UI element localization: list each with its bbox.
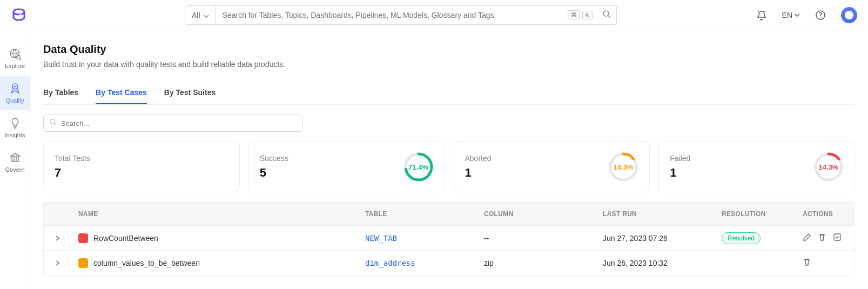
page-title: Data Quality: [43, 43, 855, 56]
search-filter-label: All: [192, 11, 200, 19]
col-table: TABLE: [358, 210, 476, 218]
failed-ring: 14.3%: [813, 152, 844, 182]
stat-success: Success 5 71.4%: [248, 142, 445, 192]
sidebar-label: Govern: [5, 166, 24, 173]
expand-icon[interactable]: [48, 260, 67, 266]
sidebar-item-insights[interactable]: Insights: [0, 110, 30, 145]
sidebar-label: Insights: [5, 132, 25, 138]
main-layout: Explore Quality Insights Govern Data Qua…: [0, 30, 868, 289]
edit-icon[interactable]: [803, 233, 811, 243]
aborted-ring: 14.3%: [608, 152, 638, 182]
filter-row: [43, 115, 855, 132]
global-search-input[interactable]: [216, 6, 568, 24]
keyboard-shortcut-hint: ⌘ K: [568, 10, 597, 19]
tab-by-tables[interactable]: By Tables: [43, 84, 78, 104]
svg-line-19: [55, 124, 57, 126]
cell-actions: [795, 233, 854, 243]
language-selector[interactable]: EN: [778, 11, 804, 19]
ring-pct: 71.4%: [403, 152, 434, 182]
cell-column: zip: [476, 259, 595, 267]
app-logo[interactable]: [11, 7, 27, 23]
tab-by-test-cases[interactable]: By Test Cases: [96, 84, 147, 104]
stat-value: 1: [670, 166, 690, 180]
success-ring: 71.4%: [403, 152, 434, 182]
cell-last-run: Jun 26, 2023 10:32: [595, 259, 714, 267]
col-column: COLUMN: [476, 210, 595, 218]
stat-label: Failed: [670, 154, 690, 163]
main-content: Data Quality Build trust in your data wi…: [30, 30, 868, 289]
sidebar-item-govern[interactable]: Govern: [0, 145, 30, 179]
cell-resolution: Resolved: [714, 232, 795, 244]
svg-rect-26: [834, 234, 840, 240]
top-bar: All ⌘ K EN: [0, 0, 868, 30]
cell-table: dim_address: [358, 259, 476, 267]
stat-total-tests: Total Tests 7: [43, 142, 240, 192]
cell-name: RowCountBetween: [71, 233, 358, 243]
test-name: column_values_to_be_between: [93, 259, 200, 267]
table-row: column_values_to_be_between dim_address …: [44, 250, 854, 275]
test-search-input[interactable]: [61, 119, 297, 127]
status-indicator: [78, 233, 88, 243]
col-actions: ACTIONS: [795, 210, 854, 218]
cell-name: column_values_to_be_between: [71, 258, 358, 268]
resolution-badge: Resolved: [722, 232, 761, 244]
svg-point-1: [603, 11, 609, 16]
svg-line-3: [758, 11, 759, 12]
status-indicator: [78, 258, 88, 268]
search-filter-dropdown[interactable]: All: [185, 6, 216, 24]
ring-pct: 14.3%: [608, 152, 638, 182]
stat-value: 1: [465, 166, 492, 180]
cell-table: NEW_TAB: [358, 234, 476, 243]
page-subtitle: Build trust in your data with quality te…: [43, 60, 855, 69]
expand-icon[interactable]: [48, 236, 67, 241]
delete-icon[interactable]: [818, 233, 826, 243]
bulb-icon: [9, 117, 22, 130]
cell-last-run: Jun 27, 2023 07:26: [595, 234, 714, 243]
svg-point-6: [820, 17, 821, 18]
svg-line-2: [608, 16, 610, 18]
tab-by-test-suites[interactable]: By Test Suites: [164, 84, 216, 104]
view-tabs: By Tables By Test Cases By Test Suites: [43, 84, 855, 105]
globe-icon: [9, 48, 22, 61]
user-avatar[interactable]: [841, 7, 857, 23]
stat-value: 5: [260, 166, 288, 180]
kbd-key: K: [582, 11, 593, 19]
svg-line-4: [764, 11, 765, 12]
table-link[interactable]: dim_address: [365, 259, 415, 267]
col-name: NAME: [71, 210, 358, 218]
test-name: RowCountBetween: [93, 234, 158, 243]
stat-label: Aborted: [465, 154, 492, 163]
svg-line-9: [20, 59, 21, 60]
stat-failed: Failed 1 14.3%: [658, 142, 855, 192]
kbd-modifier: ⌘: [568, 10, 580, 19]
cell-actions: Jun 27, 2023 07:42 by teddy: [795, 258, 854, 268]
quality-icon: [9, 82, 22, 95]
stat-label: Success: [260, 154, 288, 163]
stat-aborted: Aborted 1 14.3%: [454, 142, 650, 192]
help-icon[interactable]: [811, 10, 830, 21]
table-header: NAME TABLE COLUMN LAST RUN RESOLUTION AC…: [44, 203, 854, 225]
notifications-icon[interactable]: [752, 10, 771, 21]
stat-label: Total Tests: [55, 154, 90, 163]
sidebar: Explore Quality Insights Govern: [0, 30, 30, 289]
search-icon: [49, 118, 61, 128]
sidebar-item-explore[interactable]: Explore: [0, 41, 30, 76]
table-row: RowCountBetween NEW_TAB -- Jun 27, 2023 …: [44, 225, 854, 250]
stats-row: Total Tests 7 Success 5 71.4% Aborted 1: [43, 142, 855, 192]
stat-value: 7: [55, 166, 90, 180]
sidebar-item-quality[interactable]: Quality: [0, 76, 30, 110]
resolve-icon[interactable]: [833, 233, 842, 243]
search-icon[interactable]: [597, 10, 616, 21]
cell-column: --: [476, 234, 595, 243]
ring-pct: 14.3%: [813, 152, 844, 182]
col-last-run: LAST RUN: [595, 210, 714, 218]
test-cases-table: NAME TABLE COLUMN LAST RUN RESOLUTION AC…: [43, 202, 855, 275]
table-link[interactable]: NEW_TAB: [365, 234, 397, 243]
sidebar-label: Quality: [5, 97, 24, 104]
delete-icon[interactable]: [803, 258, 811, 268]
svg-point-0: [14, 9, 24, 15]
svg-point-18: [50, 119, 55, 124]
global-search: All ⌘ K: [185, 5, 617, 25]
govern-icon: [9, 151, 22, 164]
language-label: EN: [782, 11, 792, 19]
